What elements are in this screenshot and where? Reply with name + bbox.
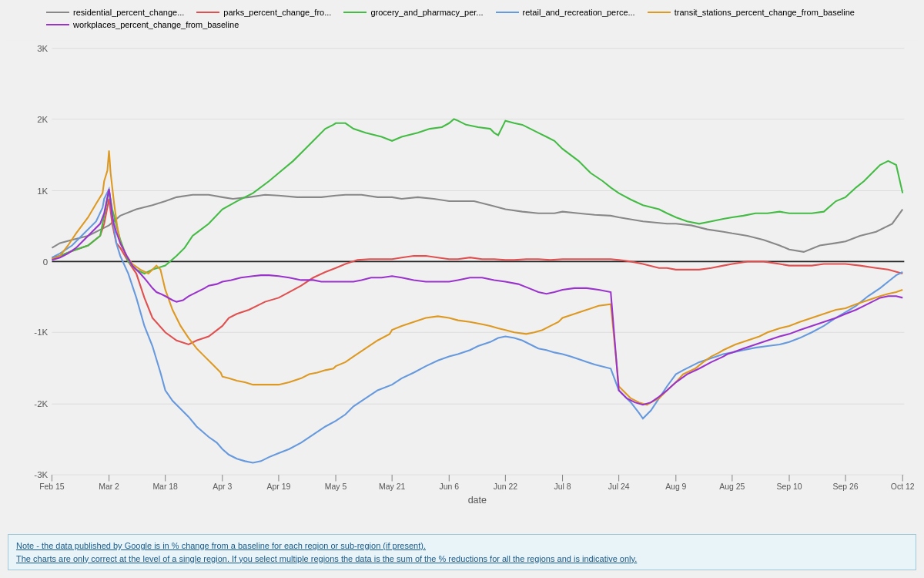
- svg-text:Jun 6: Jun 6: [440, 482, 460, 491]
- legend-label-parks: parks_percent_change_fro...: [223, 8, 331, 17]
- svg-text:May 5: May 5: [325, 482, 347, 491]
- svg-text:Oct 12: Oct 12: [891, 482, 915, 491]
- svg-text:3K: 3K: [37, 44, 48, 53]
- svg-text:Mar 18: Mar 18: [152, 482, 178, 491]
- chart-wrapper: 3K 2K 1K 0 -1K -2K -3K Feb 15 Mar 2 Mar …: [8, 32, 916, 531]
- legend-line-parks: [196, 12, 219, 13]
- legend-line-grocery: [343, 12, 367, 13]
- svg-text:Sep 10: Sep 10: [776, 482, 802, 491]
- svg-text:Jul 24: Jul 24: [608, 482, 630, 491]
- legend-label-retail: retail_and_recreation_perce...: [523, 8, 635, 17]
- note-box: Note - the data published by Google is i…: [8, 534, 916, 570]
- chart-legend: residential_percent_change... parks_perc…: [8, 8, 916, 29]
- legend-item-grocery: grocery_and_pharmacy_per...: [343, 8, 483, 17]
- legend-item-retail: retail_and_recreation_perce...: [496, 8, 635, 17]
- legend-label-residential: residential_percent_change...: [73, 8, 184, 17]
- svg-text:Sep 26: Sep 26: [833, 482, 859, 491]
- note-line1: Note - the data published by Google is i…: [16, 541, 426, 550]
- svg-text:1K: 1K: [37, 187, 48, 196]
- svg-text:Jun 22: Jun 22: [494, 482, 518, 491]
- legend-line-residential: [46, 12, 69, 13]
- svg-text:May 21: May 21: [379, 482, 405, 491]
- svg-text:Jul 8: Jul 8: [554, 482, 571, 491]
- note-line2: The charts are only correct at the level…: [16, 554, 637, 563]
- legend-label-workplaces: workplaces_percent_change_from_baseline: [73, 20, 239, 29]
- svg-text:0: 0: [43, 257, 48, 267]
- legend-item-parks: parks_percent_change_fro...: [196, 8, 331, 17]
- svg-text:2K: 2K: [37, 115, 48, 124]
- svg-text:-1K: -1K: [34, 328, 48, 337]
- svg-text:Apr 3: Apr 3: [213, 482, 232, 491]
- legend-line-workplaces: [46, 24, 69, 25]
- main-container: residential_percent_change... parks_perc…: [0, 0, 924, 578]
- svg-text:date: date: [468, 495, 487, 506]
- svg-text:-2K: -2K: [34, 399, 48, 408]
- svg-text:Apr 19: Apr 19: [267, 482, 291, 491]
- legend-line-transit: [648, 12, 671, 13]
- legend-item-residential: residential_percent_change...: [46, 8, 184, 17]
- svg-text:-3K: -3K: [34, 470, 48, 479]
- svg-text:Aug 9: Aug 9: [665, 482, 686, 491]
- legend-label-transit: transit_stations_percent_change_from_bas…: [675, 8, 855, 17]
- svg-text:Aug 25: Aug 25: [719, 482, 745, 491]
- legend-line-retail: [496, 12, 519, 13]
- svg-text:Feb 15: Feb 15: [39, 482, 65, 491]
- chart-svg: 3K 2K 1K 0 -1K -2K -3K Feb 15 Mar 2 Mar …: [8, 32, 916, 531]
- legend-label-grocery: grocery_and_pharmacy_per...: [370, 8, 483, 17]
- svg-text:Mar 2: Mar 2: [99, 482, 119, 491]
- legend-item-transit: transit_stations_percent_change_from_bas…: [648, 8, 855, 17]
- legend-item-workplaces: workplaces_percent_change_from_baseline: [46, 20, 239, 29]
